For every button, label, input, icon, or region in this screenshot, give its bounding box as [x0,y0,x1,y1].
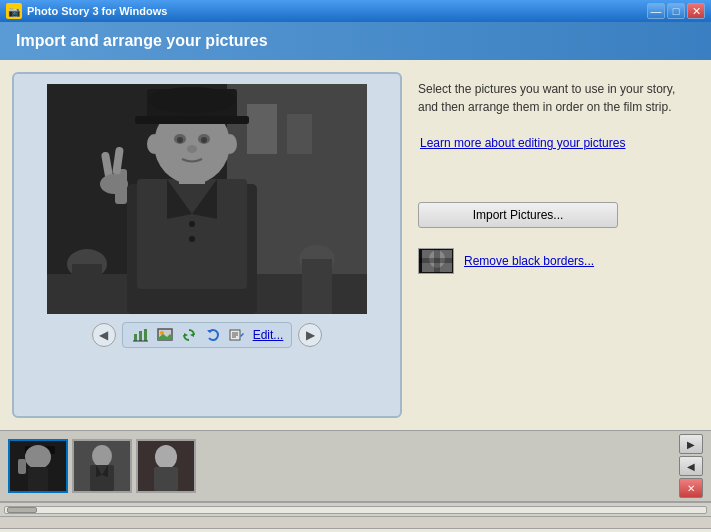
next-photo-button[interactable]: ▶ [298,323,322,347]
svg-rect-55 [90,465,114,491]
prev-photo-button[interactable]: ◀ [92,323,116,347]
instructions-line1: Select the pictures you want to use in y… [418,82,675,96]
remove-borders-row: Remove black borders... [418,248,699,274]
svg-point-49 [25,445,51,469]
instructions-line2: and then arrange them in order on the fi… [418,100,671,114]
edit-link[interactable]: Edit... [253,328,284,342]
app-icon: 📷 [6,3,22,19]
svg-rect-50 [28,467,48,491]
photo-panel: ◀ [12,72,402,418]
filmstrip-delete-button[interactable]: ✕ [679,478,703,498]
minimize-button[interactable]: — [647,3,665,19]
svg-rect-33 [139,331,142,341]
photo-display [47,84,367,314]
filmstrip-item[interactable] [136,439,196,493]
edit-icon[interactable] [227,326,247,344]
instructions-text: Select the pictures you want to use in y… [418,80,699,116]
rotate-icon[interactable] [203,326,223,344]
remove-borders-link[interactable]: Remove black borders... [464,254,594,268]
filmstrip-controls: ▶ ◀ ✕ [679,434,703,498]
svg-rect-32 [134,334,137,341]
photo-tools: Edit... [122,322,293,348]
svg-point-54 [92,445,112,467]
filmstrip-item[interactable] [8,439,68,493]
image-icon[interactable] [155,326,175,344]
photo-toolbar: ◀ [24,322,390,348]
remove-borders-thumbnail [418,248,454,274]
filmstrip-thumbnail-1 [10,441,66,491]
bottom-bar: Help Save Project... < Back Next > Cance… [0,528,711,532]
refresh-icon[interactable] [179,326,199,344]
close-button[interactable]: ✕ [687,3,705,19]
chart-icon[interactable] [131,326,151,344]
filmstrip-scrollbar-thumb[interactable] [7,507,37,513]
svg-point-60 [155,445,177,469]
title-bar-controls: — □ ✕ [647,3,705,19]
filmstrip-container: ▶ ◀ ✕ [0,430,711,502]
learn-more-link[interactable]: Learn more about editing your pictures [420,136,699,150]
filmstrip-scroll-area [8,436,675,496]
filmstrip-left-button[interactable]: ◀ [679,456,703,476]
title-bar: 📷 Photo Story 3 for Windows — □ ✕ [0,0,711,22]
filmstrip-thumbnail-2 [74,441,130,491]
main-scrollbar [0,516,711,528]
app-title: Photo Story 3 for Windows [27,5,167,17]
svg-rect-31 [47,84,367,314]
page-header: Import and arrange your pictures [0,22,711,60]
maximize-button[interactable]: □ [667,3,685,19]
page-title: Import and arrange your pictures [16,32,268,49]
photo-canvas [47,84,367,314]
title-bar-left: 📷 Photo Story 3 for Windows [6,3,167,19]
filmstrip-scrollbar [0,502,711,516]
import-pictures-button[interactable]: Import Pictures... [418,202,618,228]
svg-rect-61 [154,467,178,491]
photo-image [47,84,367,314]
filmstrip-thumbnail-3 [138,441,194,491]
filmstrip-scrollbar-track[interactable] [4,506,707,514]
main-content: ◀ [0,60,711,430]
svg-rect-34 [144,329,147,341]
filmstrip-right-button[interactable]: ▶ [679,434,703,454]
right-panel: Select the pictures you want to use in y… [418,72,699,418]
filmstrip-item[interactable] [72,439,132,493]
svg-rect-46 [419,258,453,263]
svg-rect-51 [18,459,26,474]
